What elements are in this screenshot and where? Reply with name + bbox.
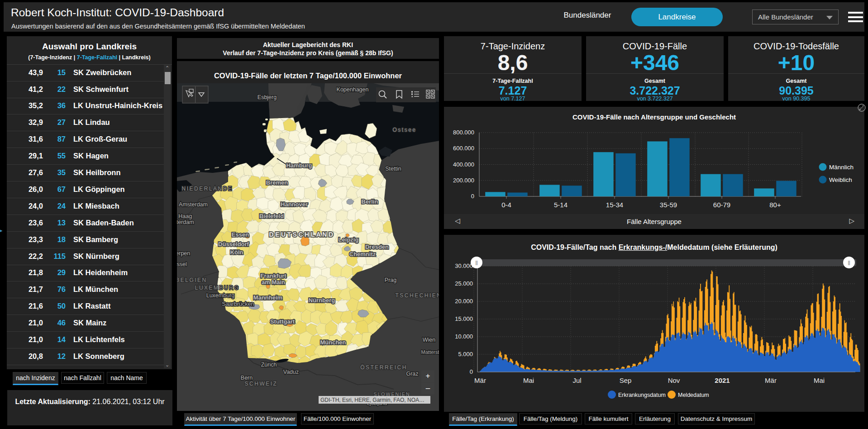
svg-text:10.000: 10.000 bbox=[455, 333, 473, 340]
svg-text:GDI-TH, Esri, HERE, Garmin, FA: GDI-TH, Esri, HERE, Garmin, FAO, NOA… bbox=[320, 397, 424, 403]
svg-text:0: 0 bbox=[470, 368, 473, 375]
svg-text:Leipzig: Leipzig bbox=[339, 236, 359, 243]
svg-text:Mär: Mär bbox=[474, 377, 486, 384]
svg-text:||: || bbox=[848, 260, 850, 265]
svg-text:Meldedatum: Meldedatum bbox=[678, 392, 709, 398]
svg-text:5.000: 5.000 bbox=[458, 351, 473, 358]
svg-text:Wien: Wien bbox=[423, 337, 436, 343]
svg-text:Nov: Nov bbox=[668, 377, 680, 384]
svg-text:BELGIEN: BELGIEN bbox=[177, 277, 207, 283]
svg-text:Köln: Köln bbox=[230, 249, 243, 256]
svg-text:Ostsee: Ostsee bbox=[392, 127, 416, 133]
svg-text:Bremen: Bremen bbox=[266, 179, 288, 186]
svg-text:NIEDERLANDE: NIEDERLANDE bbox=[182, 186, 233, 192]
svg-text:15-34: 15-34 bbox=[606, 201, 623, 209]
svg-text:80+: 80+ bbox=[769, 201, 781, 209]
svg-text:–: – bbox=[426, 384, 430, 392]
svg-text:Mai: Mai bbox=[814, 377, 825, 384]
svg-text:Graz: Graz bbox=[406, 371, 418, 377]
svg-text:Amsterdam: Amsterdam bbox=[179, 201, 208, 208]
svg-text:60-79: 60-79 bbox=[713, 201, 730, 209]
svg-text:Chemnitz: Chemnitz bbox=[349, 251, 376, 257]
svg-text:Mai: Mai bbox=[523, 377, 534, 384]
svg-text:Berlin: Berlin bbox=[362, 198, 378, 205]
svg-text:0: 0 bbox=[471, 193, 474, 200]
svg-text:+: + bbox=[426, 372, 430, 380]
svg-text:DEUTSCHLAND: DEUTSCHLAND bbox=[269, 231, 334, 238]
svg-text:Jul: Jul bbox=[572, 377, 581, 384]
svg-text:||: || bbox=[475, 260, 477, 265]
svg-text:Stuttgart: Stuttgart bbox=[270, 318, 295, 325]
svg-text:Essen: Essen bbox=[232, 231, 249, 238]
svg-text:München: München bbox=[320, 339, 346, 346]
svg-text:Mär: Mär bbox=[765, 377, 777, 384]
svg-text:n Haag: n Haag bbox=[177, 213, 192, 219]
svg-text:Düsseldorf: Düsseldorf bbox=[218, 241, 249, 248]
svg-text:otterdam: otterdam bbox=[177, 219, 194, 225]
svg-text:Vaduz: Vaduz bbox=[283, 369, 299, 375]
svg-text:TSCHECHIEN: TSCHECHIEN bbox=[395, 292, 439, 299]
svg-text:LUXEMBURG: LUXEMBURG bbox=[195, 285, 240, 291]
svg-text:Bielefeld: Bielefeld bbox=[259, 213, 284, 219]
svg-text:Mattersb: Mattersb bbox=[421, 349, 439, 355]
svg-text:30.000: 30.000 bbox=[455, 262, 473, 269]
svg-text:5-14: 5-14 bbox=[554, 201, 568, 209]
svg-text:20.000: 20.000 bbox=[455, 298, 473, 305]
svg-text:Esbjerg: Esbjerg bbox=[258, 94, 277, 100]
svg-text:Hamburg: Hamburg bbox=[286, 162, 312, 169]
svg-text:400.000: 400.000 bbox=[453, 161, 474, 168]
svg-text:Zürich: Zürich bbox=[261, 362, 277, 368]
svg-text:Nürnberg: Nürnberg bbox=[309, 297, 335, 304]
svg-text:Prag: Prag bbox=[385, 277, 396, 283]
svg-text:0-4: 0-4 bbox=[501, 201, 511, 209]
svg-text:200.000: 200.000 bbox=[453, 177, 474, 184]
svg-text:SCHWEIZ: SCHWEIZ bbox=[245, 381, 278, 387]
svg-text:15.000: 15.000 bbox=[455, 315, 473, 322]
svg-text:Luxemburg: Luxemburg bbox=[206, 292, 235, 299]
svg-text:Mannheim: Mannheim bbox=[253, 294, 282, 301]
svg-text:Dresden: Dresden bbox=[365, 243, 389, 250]
svg-text:Kopenhagen: Kopenhagen bbox=[337, 86, 369, 93]
svg-text:Weiblich: Weiblich bbox=[829, 176, 852, 183]
svg-text:ÖSTERREICH: ÖSTERREICH bbox=[360, 364, 407, 371]
svg-text:Bern: Bern bbox=[241, 375, 253, 381]
svg-text:am Main: am Main bbox=[262, 279, 285, 286]
svg-text:Stettin: Stettin bbox=[385, 166, 401, 172]
svg-text:Erkrankungsdatum: Erkrankungsdatum bbox=[618, 392, 666, 398]
svg-text:Hannover: Hannover bbox=[281, 201, 308, 208]
svg-text:25.000: 25.000 bbox=[455, 280, 473, 287]
svg-text:Sep: Sep bbox=[620, 377, 632, 384]
svg-text:Frankfurt: Frankfurt bbox=[260, 272, 286, 279]
svg-text:600.000: 600.000 bbox=[453, 145, 474, 152]
svg-text:2021: 2021 bbox=[715, 377, 730, 384]
svg-text:Saarbrücken: Saarbrücken bbox=[222, 301, 254, 307]
svg-text:800.000: 800.000 bbox=[453, 129, 474, 136]
svg-text:rüssel: rüssel bbox=[177, 261, 187, 267]
svg-text:twerpen: twerpen bbox=[177, 250, 190, 257]
svg-text:35-59: 35-59 bbox=[660, 201, 677, 209]
svg-text:Männlich: Männlich bbox=[829, 164, 854, 171]
